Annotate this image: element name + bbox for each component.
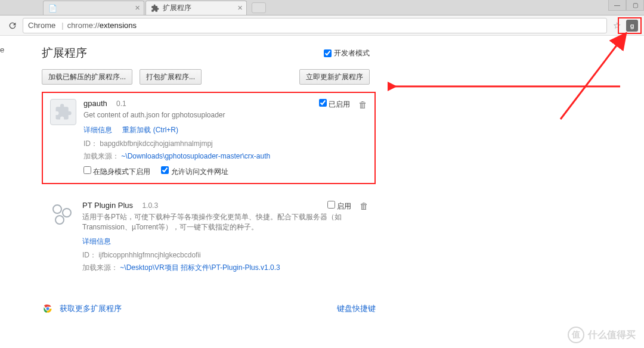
pack-extension-button[interactable]: 打包扩展程序... bbox=[140, 69, 202, 85]
developer-mode-toggle[interactable]: 开发者模式 bbox=[324, 48, 370, 58]
extension-version: 0.1 bbox=[116, 100, 126, 108]
close-icon[interactable]: ✕ bbox=[237, 4, 243, 12]
details-link[interactable]: 详细信息 bbox=[83, 126, 112, 134]
reload-link[interactable]: 重新加载 (Ctrl+R) bbox=[122, 126, 178, 134]
url-path: extensions bbox=[100, 21, 137, 30]
allow-file-checkbox[interactable] bbox=[161, 166, 169, 174]
enable-toggle[interactable]: 启用 bbox=[327, 201, 351, 212]
extension-version: 1.0.3 bbox=[142, 201, 158, 210]
source-label: 加载来源： bbox=[83, 152, 119, 160]
watermark-badge: 值 bbox=[568, 327, 584, 343]
url-input[interactable]: Chrome | chrome://extensions bbox=[23, 18, 607, 33]
load-unpacked-button[interactable]: 加载已解压的扩展程序... bbox=[42, 69, 132, 85]
extension-description: 适用于各PT站，可使下载种子等各项操作变化更简单、快捷。配合下载服务器（如Tra… bbox=[82, 212, 369, 232]
extension-name: PT Plugin Plus bbox=[82, 201, 133, 210]
tab-favicon: 📄 bbox=[48, 4, 57, 13]
browser-tab-2[interactable]: 扩展程序 ✕ bbox=[145, 1, 247, 15]
extension-id: ijfbicoppnhhlgfmncjhlgkecbcdofii bbox=[98, 251, 200, 259]
id-label: ID： bbox=[83, 139, 98, 148]
page-title: 扩展程序 bbox=[42, 45, 87, 61]
reload-button[interactable] bbox=[6, 19, 19, 32]
watermark-text: 什么值得买 bbox=[588, 329, 636, 341]
trash-icon[interactable]: 🗑 bbox=[360, 201, 369, 211]
svg-point-1 bbox=[63, 209, 71, 217]
source-path-link[interactable]: ~\Downloads\gphotosuploader-master\crx-a… bbox=[121, 152, 270, 160]
watermark: 值 什么值得买 bbox=[568, 327, 636, 343]
enabled-toggle[interactable]: 已启用 bbox=[319, 99, 350, 110]
enable-checkbox[interactable] bbox=[327, 201, 335, 209]
incognito-checkbox[interactable] bbox=[83, 166, 91, 174]
enabled-checkbox[interactable] bbox=[319, 99, 327, 107]
footer-row: 获取更多扩展程序 键盘快捷键 bbox=[42, 303, 376, 315]
gpauth-extension-button[interactable]: g bbox=[626, 20, 638, 32]
details-link[interactable]: 详细信息 bbox=[82, 237, 111, 246]
allow-file-toggle[interactable]: 允许访问文件网址 bbox=[161, 166, 228, 177]
developer-mode-checkbox[interactable] bbox=[324, 49, 332, 57]
tab-title: 扩展程序 bbox=[163, 3, 191, 13]
extension-description: Get content of auth.json for gphotosuplo… bbox=[83, 110, 367, 120]
get-more-extensions-link[interactable]: 获取更多扩展程序 bbox=[60, 303, 122, 314]
keyboard-shortcuts-link[interactable]: 键盘快捷键 bbox=[337, 303, 376, 314]
tab-strip: 📄 ✕ 扩展程序 ✕ — ▢ bbox=[0, 0, 644, 15]
id-label: ID： bbox=[82, 251, 97, 259]
url-host: chrome:// bbox=[67, 21, 100, 30]
svg-point-2 bbox=[55, 216, 64, 224]
url-scheme: Chrome bbox=[28, 21, 55, 30]
trash-icon[interactable]: 🗑 bbox=[358, 100, 367, 110]
minimize-button[interactable]: — bbox=[608, 0, 626, 11]
sidebar-label: e bbox=[0, 45, 4, 54]
incognito-toggle[interactable]: 在隐身模式下启用 bbox=[83, 166, 150, 177]
close-icon[interactable]: ✕ bbox=[135, 4, 140, 12]
window-controls: — ▢ bbox=[608, 0, 644, 11]
source-label: 加载来源： bbox=[82, 263, 118, 272]
extension-name: gpauth bbox=[83, 99, 107, 108]
puzzle-icon bbox=[151, 4, 159, 13]
extension-card-ptplugin: PT Plugin Plus 1.0.3 适用于各PT站，可使下载种子等各项操作… bbox=[42, 195, 376, 279]
source-path-link[interactable]: ~\Desktop\VR项目 招标文件\PT-Plugin-Plus.v1.0.… bbox=[120, 263, 280, 272]
page-content: e 扩展程序 开发者模式 加载已解压的扩展程序... 打包扩展程序... 立即更… bbox=[0, 36, 644, 327]
extension-card-gpauth: gpauth 0.1 Get content of auth.json for … bbox=[42, 92, 376, 184]
maximize-button[interactable]: ▢ bbox=[626, 0, 644, 11]
svg-point-0 bbox=[53, 205, 61, 213]
bookmark-star-icon[interactable]: ☆ bbox=[611, 20, 623, 31]
update-now-button[interactable]: 立即更新扩展程序 bbox=[299, 69, 370, 85]
address-bar: Chrome | chrome://extensions ☆ g bbox=[0, 15, 644, 36]
extension-id: bapgdkbfbnjkdccjhojgiamhnalmjmpj bbox=[100, 139, 212, 148]
browser-tab-1[interactable]: 📄 ✕ bbox=[43, 1, 144, 15]
chrome-icon bbox=[42, 303, 54, 315]
puzzle-icon bbox=[50, 99, 76, 125]
new-tab-button[interactable] bbox=[252, 2, 266, 13]
extension-icon bbox=[49, 201, 75, 227]
